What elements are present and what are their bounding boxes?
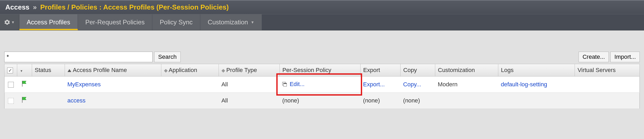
per-session-cell: (none) xyxy=(279,93,360,109)
search-input[interactable] xyxy=(4,52,153,62)
profiles-table: ▼ Status Access Profile Name ◆Applicatio… xyxy=(4,64,640,109)
tab-label: Per-Request Policies xyxy=(85,19,145,26)
chevron-down-icon: ▼ xyxy=(251,20,254,24)
copy-link[interactable]: Copy... xyxy=(403,81,421,88)
breadcrumb-bar: Access » Profiles / Policies : Access Pr… xyxy=(0,0,644,14)
column-name[interactable]: Access Profile Name xyxy=(65,64,161,77)
table-row: accessAll(none)(none)(none) xyxy=(5,93,640,109)
column-label: Profile Type xyxy=(226,67,257,73)
table-row: MyExpensesAllEdit...Export...Copy...Mode… xyxy=(5,77,640,93)
breadcrumb-main: Access xyxy=(5,3,29,11)
export-cell: Export... xyxy=(361,77,401,93)
logs-link[interactable]: default-log-setting xyxy=(501,81,547,88)
checkbox-icon xyxy=(8,82,14,88)
tab-policy-sync[interactable]: Policy Sync xyxy=(152,14,200,30)
sort-icon: ◆ xyxy=(221,69,225,72)
virtual-servers-cell xyxy=(575,77,640,93)
search-button[interactable]: Search xyxy=(154,52,181,62)
gear-menu[interactable]: ▼ xyxy=(0,14,19,30)
tab-access-profiles[interactable]: Access Profiles xyxy=(19,14,78,30)
customization-cell: Modern xyxy=(435,77,498,93)
sort-asc-icon xyxy=(68,69,71,72)
profile-type-cell: All xyxy=(219,93,280,109)
flag-icon xyxy=(21,96,28,103)
column-label: Export xyxy=(363,67,380,73)
column-label: Copy xyxy=(403,67,417,73)
status-cell xyxy=(32,77,65,93)
application-cell xyxy=(161,77,219,93)
tabs-row: ▼ Access Profiles Per-Request Policies P… xyxy=(0,14,644,30)
tab-label: Policy Sync xyxy=(160,19,193,26)
status-cell xyxy=(32,93,65,109)
tab-label: Access Profiles xyxy=(27,19,70,26)
column-label: Application xyxy=(169,67,197,73)
column-application[interactable]: ◆Application xyxy=(161,64,219,77)
column-label: Status xyxy=(35,67,51,73)
breadcrumb-separator: » xyxy=(31,3,38,11)
svg-rect-2 xyxy=(283,83,287,84)
tab-label: Customization xyxy=(208,19,248,26)
tab-per-request-policies[interactable]: Per-Request Policies xyxy=(78,14,152,30)
logs-cell xyxy=(498,93,575,109)
content-area: Search Create... Import... ▼ Status Acce… xyxy=(0,30,644,113)
column-label: Customization xyxy=(438,67,475,73)
column-select-all[interactable] xyxy=(5,64,17,77)
column-copy: Copy xyxy=(401,64,435,77)
flag-icon xyxy=(21,80,28,87)
logs-cell: default-log-setting xyxy=(498,77,575,93)
breadcrumb-sub: Profiles / Policies : Access Profiles (P… xyxy=(40,3,229,11)
column-status[interactable]: Status xyxy=(32,64,65,77)
column-customization: Customization xyxy=(435,64,498,77)
name-cell: access xyxy=(65,93,161,109)
checkbox-icon xyxy=(8,98,14,104)
profile-name-link[interactable]: MyExpenses xyxy=(67,81,101,88)
column-label: Logs xyxy=(501,67,514,73)
row-checkbox[interactable] xyxy=(5,77,17,93)
column-logs: Logs xyxy=(498,64,575,77)
chevron-down-icon: ▼ xyxy=(11,20,15,24)
column-virtual-servers: Virtual Servers xyxy=(575,64,640,77)
column-label: Per-Session Policy xyxy=(282,67,331,73)
export-link[interactable]: Export... xyxy=(363,81,385,88)
profile-type-cell: All xyxy=(219,77,280,93)
name-cell: MyExpenses xyxy=(65,77,161,93)
application-cell xyxy=(161,93,219,109)
edit-policy-link[interactable]: Edit... xyxy=(290,81,304,88)
create-button[interactable]: Create... xyxy=(579,52,609,62)
customization-cell xyxy=(435,93,498,109)
sort-icon: ◆ xyxy=(164,69,168,72)
copy-cell: (none) xyxy=(401,93,435,109)
column-status-filter[interactable]: ▼ xyxy=(17,64,32,77)
chevron-down-icon: ▼ xyxy=(20,69,23,73)
status-flag-cell xyxy=(17,93,32,109)
copy-cell: Copy... xyxy=(401,77,435,93)
column-label: Access Profile Name xyxy=(73,67,127,73)
virtual-servers-cell xyxy=(575,93,640,109)
per-session-cell: Edit... xyxy=(279,77,360,93)
column-export: Export xyxy=(361,64,401,77)
window-icon xyxy=(282,82,287,87)
toolbar: Search Create... Import... xyxy=(4,52,640,62)
gear-icon xyxy=(4,19,10,25)
checkbox-icon xyxy=(7,68,13,73)
import-button[interactable]: Import... xyxy=(610,52,640,62)
status-flag-cell xyxy=(17,77,32,93)
column-per-session: Per-Session Policy xyxy=(279,64,360,77)
column-profile-type[interactable]: ◆Profile Type xyxy=(219,64,280,77)
export-cell: (none) xyxy=(361,93,401,109)
profile-name-link[interactable]: access xyxy=(67,97,85,104)
column-label: Virtual Servers xyxy=(578,67,616,73)
tab-customization[interactable]: Customization ▼ xyxy=(200,14,262,30)
row-checkbox[interactable] xyxy=(5,93,17,109)
